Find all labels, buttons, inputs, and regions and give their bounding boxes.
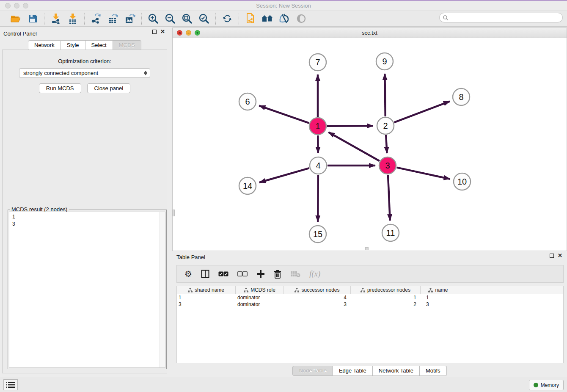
column-type-icon (361, 288, 365, 293)
edge-4-14[interactable] (259, 168, 309, 182)
cell[interactable]: 1 (421, 294, 456, 301)
cell[interactable]: dominator (236, 294, 284, 301)
hide-panel-icon[interactable] (278, 13, 291, 25)
network-window-titlebar[interactable]: ✕ − + scc.txt (173, 28, 567, 38)
float-panel-icon[interactable] (152, 30, 157, 34)
node-table[interactable]: shared nameMCDS rolesuccessor nodesprede… (176, 286, 564, 363)
edge-2-3[interactable] (386, 135, 387, 153)
cell[interactable]: 3 (177, 301, 236, 308)
column-header-predecessor-nodes[interactable]: predecessor nodes (351, 286, 421, 294)
column-type-icon (244, 288, 248, 293)
close-table-panel-icon[interactable]: ✕ (558, 254, 562, 258)
visibility-icon[interactable] (295, 13, 308, 25)
node-10[interactable]: 10 (454, 173, 471, 190)
tab-node-table[interactable]: Node Table (292, 366, 333, 376)
svg-text:8: 8 (459, 92, 463, 102)
network-graph: 7968124314101511 (173, 38, 567, 251)
edge-2-8[interactable] (394, 101, 450, 122)
node-8[interactable]: 8 (453, 88, 470, 105)
tab-network[interactable]: Network (28, 40, 61, 50)
cell[interactable]: 4 (284, 294, 351, 301)
cell[interactable]: 3 (284, 301, 351, 308)
edge-4-15[interactable] (318, 175, 318, 222)
share-document-icon[interactable] (244, 13, 257, 25)
cell[interactable]: 3 (421, 301, 456, 308)
column-header-shared-name[interactable]: shared name (177, 286, 236, 294)
zoom-out-icon[interactable] (164, 13, 176, 25)
vertical-divider-handle[interactable] (173, 210, 175, 216)
control-panel-title: Control Panel (3, 30, 37, 37)
edge-2-9[interactable] (385, 74, 385, 116)
table-tabs: Node TableEdge TableNetwork TableMotifs (172, 366, 567, 376)
edge-1-6[interactable] (259, 106, 309, 123)
table-panel-title: Table Panel (176, 254, 205, 260)
close-panel-icon[interactable]: ✕ (160, 30, 165, 34)
tab-motifs[interactable]: Motifs (420, 366, 447, 376)
save-session-icon[interactable] (26, 13, 39, 25)
function-builder-icon[interactable]: f(x) (309, 269, 320, 279)
select-all-icon[interactable] (218, 271, 228, 277)
cell[interactable]: 1 (351, 294, 421, 301)
table-row[interactable]: 3dominator323 (177, 301, 563, 308)
column-header-MCDS-role[interactable]: MCDS role (236, 286, 284, 294)
node-6[interactable]: 6 (239, 93, 256, 110)
search-field[interactable] (439, 13, 563, 22)
app-title: Session: New Session (0, 3, 567, 9)
unselect-all-icon[interactable] (237, 271, 248, 277)
zoom-fit-icon[interactable] (181, 13, 193, 25)
svg-text:2: 2 (383, 121, 388, 130)
import-network-icon[interactable] (50, 13, 62, 25)
mcds-result-area[interactable]: 13 (9, 212, 165, 368)
export-table-icon[interactable] (107, 13, 119, 25)
edge-3-10[interactable] (397, 168, 450, 179)
node-7[interactable]: 7 (309, 54, 326, 71)
criterion-dropdown[interactable]: strongly connected component (19, 68, 150, 78)
zoom-selected-icon[interactable] (198, 13, 210, 25)
export-image-icon[interactable] (124, 13, 136, 25)
refresh-icon[interactable] (221, 13, 234, 25)
node-4[interactable]: 4 (310, 157, 327, 174)
float-table-panel-icon[interactable] (550, 254, 554, 258)
close-panel-button[interactable]: Close panel (87, 83, 131, 93)
node-15[interactable]: 15 (309, 226, 326, 243)
node-2[interactable]: 2 (377, 117, 394, 134)
column-header-successor-nodes[interactable]: successor nodes (284, 286, 351, 294)
edge-3-1[interactable] (328, 132, 380, 161)
node-3[interactable]: 3 (379, 157, 396, 174)
result-scrollbar[interactable] (160, 212, 165, 367)
cell[interactable]: 1 (177, 294, 236, 301)
tab-mcds[interactable]: MCDS (113, 40, 141, 50)
tab-select[interactable]: Select (85, 40, 113, 50)
task-history-button[interactable] (3, 379, 18, 390)
search-input[interactable] (450, 14, 562, 22)
node-14[interactable]: 14 (239, 177, 256, 194)
tab-network-table[interactable]: Network Table (373, 366, 420, 376)
cell[interactable]: 2 (351, 301, 421, 308)
export-network-icon[interactable] (90, 13, 102, 25)
tab-style[interactable]: Style (61, 40, 85, 50)
column-view-icon[interactable] (201, 270, 209, 278)
tab-edge-table[interactable]: Edge Table (333, 366, 373, 376)
node-11[interactable]: 11 (382, 224, 399, 241)
node-9[interactable]: 9 (376, 53, 393, 70)
delete-column-icon[interactable] (274, 270, 281, 279)
column-header-name[interactable]: name (421, 286, 456, 294)
edge-1-2[interactable] (327, 126, 373, 126)
open-session-icon[interactable] (9, 13, 22, 25)
column-type-icon (428, 288, 433, 293)
cell[interactable]: dominator (236, 301, 284, 308)
add-column-icon[interactable] (256, 270, 265, 278)
home-icon[interactable] (261, 13, 274, 25)
edge-3-11[interactable] (388, 175, 390, 221)
node-1[interactable]: 1 (309, 118, 326, 135)
network-canvas[interactable]: 7968124314101511 (173, 38, 567, 251)
gear-icon[interactable]: ⚙ (184, 270, 192, 278)
horizontal-divider-handle[interactable] (365, 247, 369, 250)
zoom-in-icon[interactable] (147, 13, 160, 25)
delete-table-icon[interactable] (290, 271, 300, 277)
import-table-icon[interactable] (66, 13, 79, 25)
run-mcds-button[interactable]: Run MCDS (39, 83, 81, 93)
memory-button[interactable]: Memory (529, 380, 564, 390)
column-header-label: MCDS role (250, 287, 275, 293)
table-row[interactable]: 1dominator411 (177, 294, 563, 301)
